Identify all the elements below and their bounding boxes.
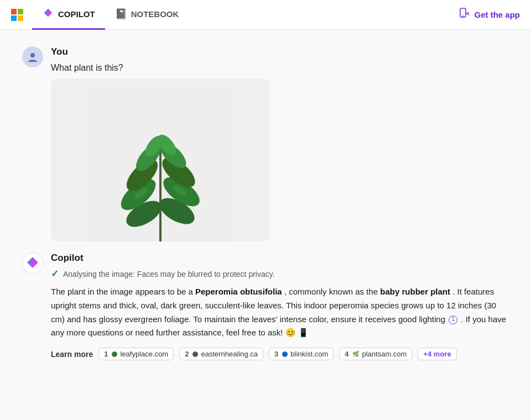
notebook-icon: 📓 xyxy=(115,8,127,20)
user-avatar xyxy=(22,46,43,67)
common-name: baby rubber plant xyxy=(380,287,450,296)
ms-logo-red xyxy=(11,9,17,14)
svg-point-2 xyxy=(462,15,464,17)
source-icon-2 xyxy=(192,351,198,357)
response-part2: , commonly known as the xyxy=(284,287,380,296)
ms-logo-green xyxy=(18,9,23,14)
microsoft-logo xyxy=(11,9,23,21)
copilot-name: Copilot xyxy=(51,253,509,264)
learn-more-label: Learn more xyxy=(51,350,93,359)
source-chip-4[interactable]: 4 🌿 plantsam.com xyxy=(339,348,412,360)
user-section: You What plant is this? xyxy=(22,46,509,242)
copilot-content: Copilot ✓ Analysing the image: Faces may… xyxy=(51,253,509,360)
tab-copilot-label: COPILOT xyxy=(58,9,95,19)
ms-logo-blue xyxy=(11,15,17,21)
response-text: The plant in the image appears to be a P… xyxy=(51,285,509,340)
source-chip-1[interactable]: 1 leafyplace.com xyxy=(98,348,174,360)
tab-notebook-label: NOTEBOOK xyxy=(131,9,179,19)
response-part1: The plant in the image appears to be a xyxy=(51,287,195,296)
nav-tabs: COPILOT 📓 NOTEBOOK xyxy=(32,0,457,30)
check-icon: ✓ xyxy=(51,268,59,280)
source-name-4: plantsam.com xyxy=(362,350,407,358)
plant-illustration xyxy=(51,78,269,242)
analysis-note: ✓ Analysing the image: Faces may be blur… xyxy=(51,268,509,280)
plant-image xyxy=(51,78,269,242)
source-num-4: 4 xyxy=(345,350,348,358)
header: COPILOT 📓 NOTEBOOK Get the app xyxy=(0,0,531,30)
source-num-1: 1 xyxy=(104,350,108,358)
analysis-text: Analysing the image: Faces may be blurre… xyxy=(63,270,275,279)
phone-icon xyxy=(457,7,470,23)
user-name: You xyxy=(51,46,269,57)
tab-notebook[interactable]: 📓 NOTEBOOK xyxy=(105,0,189,30)
source-chip-2[interactable]: 2 easternhealing.ca xyxy=(179,348,263,360)
plant-name: Peperomia obtusifolia xyxy=(195,287,282,296)
citation-1[interactable]: 1 xyxy=(449,316,457,324)
get-app-button[interactable]: Get the app xyxy=(457,7,520,23)
source-icon-1 xyxy=(112,351,117,357)
svg-point-3 xyxy=(30,53,35,57)
source-name-1: leafyplace.com xyxy=(120,350,168,358)
copilot-section: Copilot ✓ Analysing the image: Faces may… xyxy=(22,253,509,360)
source-chip-3[interactable]: 3 blinkist.com xyxy=(269,348,334,360)
source-name-2: easternhealing.ca xyxy=(201,350,258,358)
source-num-3: 3 xyxy=(274,350,278,358)
ms-logo-yellow xyxy=(18,15,23,21)
copilot-avatar xyxy=(22,253,43,274)
more-sources-chip[interactable]: +4 more xyxy=(418,348,456,360)
main-content: You What plant is this? xyxy=(0,30,531,371)
source-icon-4: 🌿 xyxy=(352,351,359,357)
more-sources-label: +4 more xyxy=(423,350,451,358)
user-message: What plant is this? xyxy=(51,63,269,73)
source-icon-3 xyxy=(282,351,288,357)
source-name-3: blinkist.com xyxy=(290,350,328,358)
copilot-icon xyxy=(42,8,54,20)
user-content: You What plant is this? xyxy=(51,46,269,242)
learn-more-bar: Learn more 1 leafyplace.com 2 easternhea… xyxy=(51,348,509,360)
get-app-label: Get the app xyxy=(474,10,520,19)
tab-copilot[interactable]: COPILOT xyxy=(32,0,105,30)
source-num-2: 2 xyxy=(185,350,189,358)
